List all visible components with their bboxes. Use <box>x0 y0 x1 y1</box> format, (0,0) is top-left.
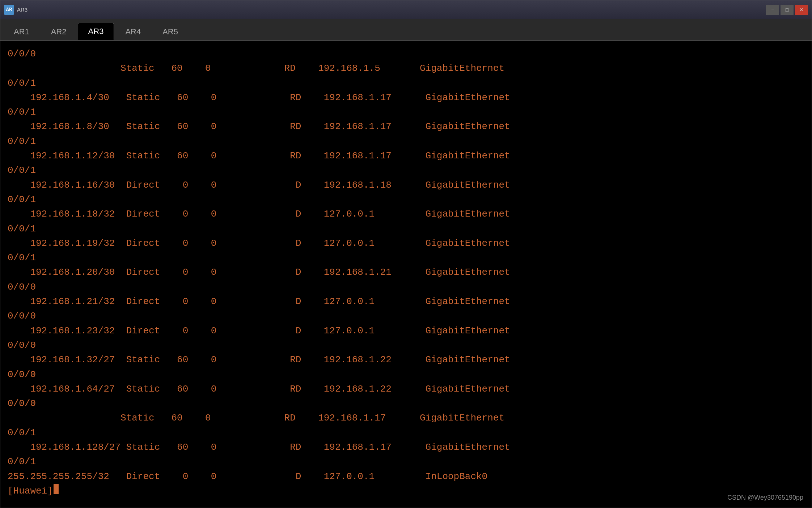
terminal-line: 192.168.1.19/32 Direct 0 0 D 127.0.0.1 G… <box>8 236 804 251</box>
terminal-line: 0/0/1 <box>8 251 804 265</box>
terminal-line: 192.168.1.16/30 Direct 0 0 D 192.168.1.1… <box>8 178 804 192</box>
terminal-line: 0/0/0 <box>8 367 804 382</box>
terminal-line: 0/0/1 <box>8 192 804 207</box>
terminal-line: 192.168.1.32/27 Static 60 0 RD 192.168.1… <box>8 353 804 367</box>
watermark: CSDN @Wey30765190pp <box>727 494 803 501</box>
terminal-line: 0/0/1 <box>8 105 804 119</box>
tab-ar5[interactable]: AR5 <box>152 23 189 40</box>
terminal-line: 0/0/1 <box>8 222 804 236</box>
window-controls: − □ ✕ <box>766 5 808 15</box>
terminal-line: 192.168.1.23/32 Direct 0 0 D 127.0.0.1 G… <box>8 324 804 338</box>
tab-ar3[interactable]: AR3 <box>78 23 114 40</box>
terminal-line: 0/0/1 <box>8 163 804 178</box>
terminal-line: 192.168.1.21/32 Direct 0 0 D 127.0.0.1 G… <box>8 294 804 309</box>
tab-ar4[interactable]: AR4 <box>115 23 151 40</box>
terminal-output[interactable]: 0/0/0 Static 60 0 RD 192.168.1.5 Gigabit… <box>0 41 812 508</box>
title-bar: AR AR3 − □ ✕ <box>0 0 812 19</box>
tab-ar1[interactable]: AR1 <box>3 23 40 40</box>
terminal-line: 0/0/0 <box>8 338 804 353</box>
window-title: AR3 <box>17 7 766 13</box>
terminal-line: 0/0/0 <box>8 47 804 61</box>
terminal-line: 0/0/0 <box>8 396 804 411</box>
minimize-button[interactable]: − <box>766 5 779 15</box>
prompt-text: [Huawei] <box>8 484 53 498</box>
tab-ar2[interactable]: AR2 <box>41 23 77 40</box>
terminal-line: Static 60 0 RD 192.168.1.17 GigabitEther… <box>8 411 804 425</box>
terminal-line: 0/0/1 <box>8 454 804 469</box>
restore-button[interactable]: □ <box>781 5 794 15</box>
terminal-line: 192.168.1.8/30 Static 60 0 RD 192.168.1.… <box>8 119 804 134</box>
tab-bar: AR1AR2AR3AR4AR5 <box>0 19 812 41</box>
close-button[interactable]: ✕ <box>795 5 808 15</box>
terminal-line: 192.168.1.20/30 Direct 0 0 D 192.168.1.2… <box>8 265 804 279</box>
terminal-line: 255.255.255.255/32 Direct 0 0 D 127.0.0.… <box>8 469 804 484</box>
terminal-line: 192.168.1.12/30 Static 60 0 RD 192.168.1… <box>8 149 804 163</box>
terminal-line: 0/0/0 <box>8 280 804 294</box>
cursor <box>54 484 59 494</box>
terminal-line: 192.168.1.128/27 Static 60 0 RD 192.168.… <box>8 440 804 454</box>
terminal-line: 192.168.1.64/27 Static 60 0 RD 192.168.1… <box>8 382 804 396</box>
terminal-line: 0/0/1 <box>8 426 804 440</box>
terminal-line: 0/0/0 <box>8 309 804 323</box>
terminal-line: 0/0/1 <box>8 76 804 90</box>
terminal-line: Static 60 0 RD 192.168.1.5 GigabitEthern… <box>8 61 804 76</box>
terminal-line: 0/0/1 <box>8 134 804 149</box>
terminal-prompt: [Huawei] <box>8 484 804 498</box>
terminal-line: 192.168.1.4/30 Static 60 0 RD 192.168.1.… <box>8 90 804 105</box>
main-window: AR AR3 − □ ✕ AR1AR2AR3AR4AR5 0/0/0 Stati… <box>0 0 812 508</box>
terminal-line: 192.168.1.18/32 Direct 0 0 D 127.0.0.1 G… <box>8 207 804 221</box>
app-icon: AR <box>4 5 14 15</box>
